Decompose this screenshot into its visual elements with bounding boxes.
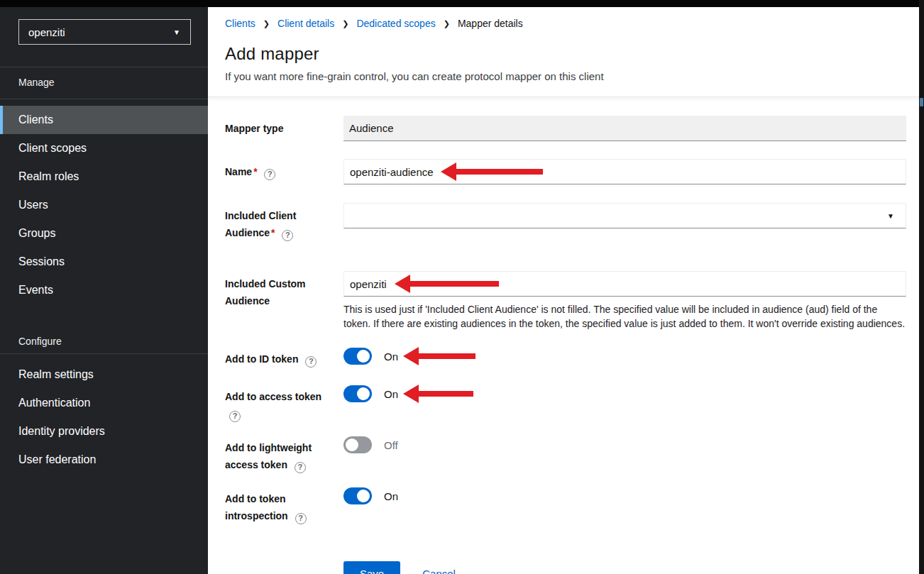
page-subtitle: If you want more fine-grain control, you…: [225, 70, 906, 82]
cancel-button[interactable]: Cancel: [422, 568, 456, 574]
help-icon[interactable]: ?: [282, 230, 293, 241]
included-client-audience-select[interactable]: ▼: [343, 203, 906, 228]
form-row-add-to-id-token: Add to ID token ? On: [225, 348, 906, 368]
add-to-lightweight-access-token-toggle[interactable]: [343, 436, 372, 453]
nav-section-title-manage: Manage: [0, 67, 208, 88]
add-to-access-token-label: Add to access token ?: [225, 385, 343, 422]
sidebar-item-groups[interactable]: Groups: [0, 219, 208, 248]
add-to-token-introspection-label: Add to token introspection ?: [225, 487, 343, 524]
breadcrumb: Clients ❯ Client details ❯ Dedicated sco…: [225, 18, 906, 29]
add-to-id-token-toggle[interactable]: [343, 348, 372, 365]
help-icon[interactable]: ?: [295, 513, 307, 524]
sidebar-item-realm-settings[interactable]: Realm settings: [0, 360, 208, 389]
included-custom-audience-helper-text: This is used just if 'Included Client Au…: [343, 302, 906, 331]
form-row-add-to-token-introspection: Add to token introspection ? On: [225, 487, 906, 524]
required-asterisk: *: [253, 166, 257, 177]
add-to-lightweight-access-token-label: Add to lightweight access token ?: [225, 436, 343, 473]
realm-selector-area: openziti ▼: [0, 7, 208, 67]
form-row-mapper-type: Mapper type: [225, 116, 906, 141]
included-custom-audience-label: Included Custom Audience: [225, 271, 343, 331]
required-asterisk: *: [271, 227, 275, 238]
sidebar-item-client-scopes[interactable]: Client scopes: [0, 134, 208, 162]
chevron-down-icon: ▼: [887, 212, 894, 220]
form-row-included-custom-audience: Included Custom Audience This is used ju…: [225, 271, 906, 331]
toggle-state-label: Off: [384, 439, 398, 451]
sidebar-item-identity-providers[interactable]: Identity providers: [0, 417, 208, 446]
realm-selector-dropdown[interactable]: openziti ▼: [18, 19, 191, 45]
mapper-type-field: [343, 116, 906, 141]
toggle-state-label: On: [384, 388, 398, 400]
top-app-bar: [0, 0, 924, 7]
page-header: Clients ❯ Client details ❯ Dedicated sco…: [208, 7, 924, 97]
toggle-state-label: On: [384, 490, 398, 502]
nav-list-configure: Realm settings Authentication Identity p…: [0, 354, 208, 474]
chevron-right-icon: ❯: [263, 19, 270, 28]
toggle-state-label: On: [384, 351, 398, 363]
sidebar-item-clients[interactable]: Clients: [0, 106, 208, 134]
sidebar-item-user-federation[interactable]: User federation: [0, 446, 208, 474]
mapper-type-label: Mapper type: [225, 116, 343, 141]
scrollbar[interactable]: [919, 0, 924, 574]
form-row-name: Name* ?: [225, 159, 906, 184]
included-client-audience-label: Included Client Audience* ?: [225, 203, 343, 241]
included-custom-audience-input[interactable]: [343, 271, 906, 297]
help-icon[interactable]: ?: [305, 356, 317, 368]
nav-list-manage: Clients Client scopes Realm roles Users …: [0, 99, 208, 304]
sidebar: openziti ▼ Manage Clients Client scopes …: [0, 7, 208, 574]
add-mapper-form: Mapper type Name* ? Included Client Audi…: [208, 97, 924, 574]
nav-section-title-configure: Configure: [0, 326, 208, 347]
name-label: Name* ?: [225, 159, 343, 184]
form-row-add-to-access-token: Add to access token ? On: [225, 385, 906, 422]
realm-name: openziti: [28, 26, 65, 38]
sidebar-item-authentication[interactable]: Authentication: [0, 389, 208, 417]
breadcrumb-mapper-details: Mapper details: [458, 18, 523, 29]
chevron-down-icon: ▼: [173, 28, 180, 36]
save-button[interactable]: Save: [343, 561, 400, 574]
sidebar-item-events[interactable]: Events: [0, 276, 208, 304]
breadcrumb-client-details[interactable]: Client details: [277, 18, 334, 29]
chevron-right-icon: ❯: [444, 19, 450, 28]
name-input[interactable]: [343, 159, 906, 184]
help-icon[interactable]: ?: [264, 169, 275, 180]
breadcrumb-clients[interactable]: Clients: [225, 18, 255, 29]
form-row-included-client-audience: Included Client Audience* ? ▼: [225, 203, 906, 241]
add-to-id-token-label: Add to ID token ?: [225, 348, 343, 368]
add-to-access-token-toggle[interactable]: [343, 385, 372, 402]
page-title: Add mapper: [225, 44, 906, 64]
breadcrumb-dedicated-scopes[interactable]: Dedicated scopes: [356, 18, 435, 29]
scrollbar-thumb[interactable]: [920, 98, 923, 106]
help-icon[interactable]: ?: [229, 411, 241, 422]
add-to-token-introspection-toggle[interactable]: [343, 487, 372, 504]
sidebar-item-sessions[interactable]: Sessions: [0, 248, 208, 276]
form-row-add-to-lightweight-access-token: Add to lightweight access token ? Off: [225, 436, 906, 473]
form-actions-row: Save Cancel: [225, 561, 906, 574]
main-content: Clients ❯ Client details ❯ Dedicated sco…: [208, 7, 924, 574]
sidebar-item-realm-roles[interactable]: Realm roles: [0, 162, 208, 191]
sidebar-item-users[interactable]: Users: [0, 191, 208, 219]
help-icon[interactable]: ?: [295, 462, 306, 473]
chevron-right-icon: ❯: [342, 19, 348, 28]
